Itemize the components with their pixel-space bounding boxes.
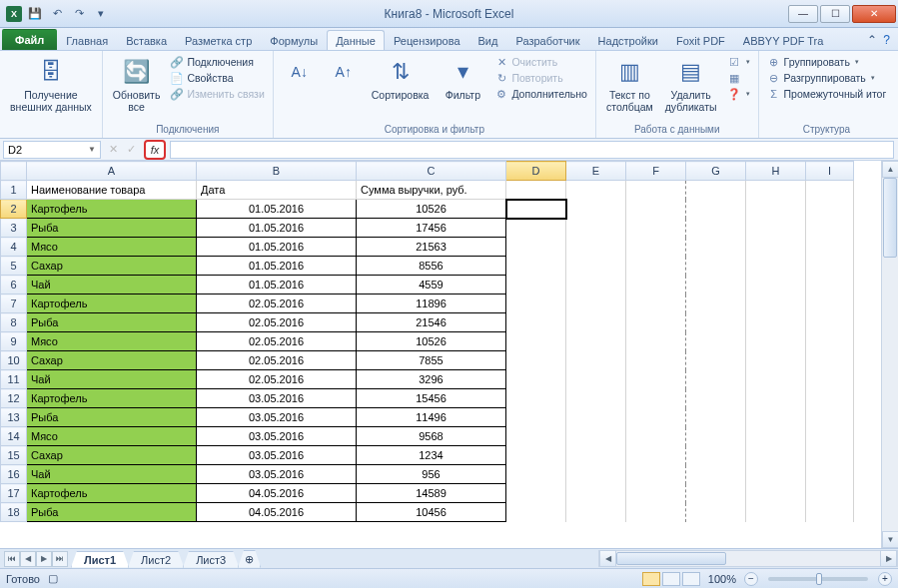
edit-links-button[interactable]: 🔗Изменить связи	[168, 86, 266, 102]
cell-G7[interactable]	[686, 294, 746, 313]
cell-A17[interactable]: Картофель	[27, 484, 197, 503]
row-header-11[interactable]: 11	[1, 370, 27, 389]
cell-H13[interactable]	[746, 408, 806, 427]
cell-G1[interactable]	[686, 181, 746, 200]
cell-G5[interactable]	[686, 257, 746, 276]
cell-I7[interactable]	[806, 294, 854, 313]
cell-A4[interactable]: Мясо	[27, 238, 197, 257]
cell-H17[interactable]	[746, 484, 806, 503]
text-to-columns-button[interactable]: ▥ Текст по столбцам	[602, 54, 657, 115]
cell-G18[interactable]	[686, 503, 746, 522]
close-button[interactable]: ✕	[852, 5, 896, 23]
tab-ABBYY PDF Tra[interactable]: ABBYY PDF Tra	[734, 30, 833, 50]
sheet-tab-Лист2[interactable]: Лист2	[128, 551, 184, 568]
cell-C12[interactable]: 15456	[357, 389, 506, 408]
cell-I14[interactable]	[806, 427, 854, 446]
formula-input[interactable]	[170, 141, 894, 159]
cell-C4[interactable]: 21563	[357, 238, 506, 257]
connections-button[interactable]: 🔗Подключения	[168, 54, 266, 70]
scroll-left-icon[interactable]: ◀	[599, 550, 616, 567]
cell-C17[interactable]: 14589	[357, 484, 506, 503]
cell-H11[interactable]	[746, 370, 806, 389]
cell-A10[interactable]: Сахар	[27, 351, 197, 370]
macro-record-icon[interactable]: ▢	[48, 572, 58, 585]
row-header-9[interactable]: 9	[1, 332, 27, 351]
row-header-12[interactable]: 12	[1, 389, 27, 408]
cell-B14[interactable]: 03.05.2016	[197, 427, 357, 446]
cell-A9[interactable]: Мясо	[27, 332, 197, 351]
cell-B3[interactable]: 01.05.2016	[197, 219, 357, 238]
cell-E11[interactable]	[566, 370, 626, 389]
cell-F12[interactable]	[626, 389, 686, 408]
tab-Надстройки[interactable]: Надстройки	[589, 30, 667, 50]
cell-C3[interactable]: 17456	[357, 219, 506, 238]
cell-F13[interactable]	[626, 408, 686, 427]
refresh-all-button[interactable]: 🔄 Обновить все	[109, 54, 165, 115]
row-header-16[interactable]: 16	[1, 465, 27, 484]
cell-F3[interactable]	[626, 219, 686, 238]
cell-F15[interactable]	[626, 446, 686, 465]
tab-Рецензирова[interactable]: Рецензирова	[385, 30, 469, 50]
cell-D15[interactable]	[506, 446, 566, 465]
row-header-7[interactable]: 7	[1, 294, 27, 313]
sort-asc-button[interactable]: A↓	[280, 54, 320, 90]
worksheet-grid[interactable]: ABCDEFGHI1Наименование товараДатаСумма в…	[0, 161, 898, 548]
cell-B6[interactable]: 01.05.2016	[197, 276, 357, 294]
tab-Разметка стр[interactable]: Разметка стр	[176, 30, 261, 50]
cell-G17[interactable]	[686, 484, 746, 503]
sheet-tab-Лист1[interactable]: Лист1	[71, 551, 129, 568]
cell-C5[interactable]: 8556	[357, 257, 506, 276]
cell-G2[interactable]	[686, 200, 746, 219]
cell-D7[interactable]	[506, 294, 566, 313]
col-header-H[interactable]: H	[746, 162, 806, 181]
cell-E5[interactable]	[566, 257, 626, 276]
cell-H16[interactable]	[746, 465, 806, 484]
zoom-slider[interactable]	[768, 577, 868, 581]
properties-button[interactable]: 📄Свойства	[168, 70, 266, 86]
cell-D12[interactable]	[506, 389, 566, 408]
col-header-D[interactable]: D	[506, 162, 566, 181]
cell-D16[interactable]	[506, 465, 566, 484]
help-icon[interactable]: ?	[883, 33, 890, 47]
cell-G4[interactable]	[686, 238, 746, 257]
cell-C2[interactable]: 10526	[357, 200, 506, 219]
cell-H18[interactable]	[746, 503, 806, 522]
consolidate-button[interactable]: ▦	[725, 70, 752, 86]
scroll-right-icon[interactable]: ▶	[880, 550, 897, 567]
cell-A15[interactable]: Сахар	[27, 446, 197, 465]
cell-A14[interactable]: Мясо	[27, 427, 197, 446]
cell-H14[interactable]	[746, 427, 806, 446]
cell-C18[interactable]: 10456	[357, 503, 506, 522]
cell-E7[interactable]	[566, 294, 626, 313]
cell-A7[interactable]: Картофель	[27, 294, 197, 313]
data-validation-button[interactable]: ☑▾	[725, 54, 752, 70]
cell-A13[interactable]: Рыба	[27, 408, 197, 427]
cell-G6[interactable]	[686, 276, 746, 294]
cell-C9[interactable]: 10526	[357, 332, 506, 351]
cell-I15[interactable]	[806, 446, 854, 465]
row-header-1[interactable]: 1	[1, 181, 27, 200]
cell-I5[interactable]	[806, 257, 854, 276]
cell-B18[interactable]: 04.05.2016	[197, 503, 357, 522]
cell-C8[interactable]: 21546	[357, 313, 506, 332]
cell-A11[interactable]: Чай	[27, 370, 197, 389]
cell-I17[interactable]	[806, 484, 854, 503]
view-normal-button[interactable]	[642, 572, 660, 586]
tab-Данные[interactable]: Данные	[327, 30, 385, 50]
sheet-nav-first-icon[interactable]: ⏮	[4, 551, 20, 567]
whatif-button[interactable]: ❓▾	[725, 86, 752, 102]
cell-F16[interactable]	[626, 465, 686, 484]
cell-F7[interactable]	[626, 294, 686, 313]
cell-A6[interactable]: Чай	[27, 276, 197, 294]
cell-I12[interactable]	[806, 389, 854, 408]
cell-G11[interactable]	[686, 370, 746, 389]
cell-H4[interactable]	[746, 238, 806, 257]
cell-G15[interactable]	[686, 446, 746, 465]
cell-D6[interactable]	[506, 276, 566, 294]
cell-I18[interactable]	[806, 503, 854, 522]
col-header-B[interactable]: B	[197, 162, 357, 181]
cell-A8[interactable]: Рыба	[27, 313, 197, 332]
name-box-dropdown-icon[interactable]: ▼	[88, 145, 96, 154]
redo-icon[interactable]: ↷	[70, 5, 88, 23]
cell-E3[interactable]	[566, 219, 626, 238]
